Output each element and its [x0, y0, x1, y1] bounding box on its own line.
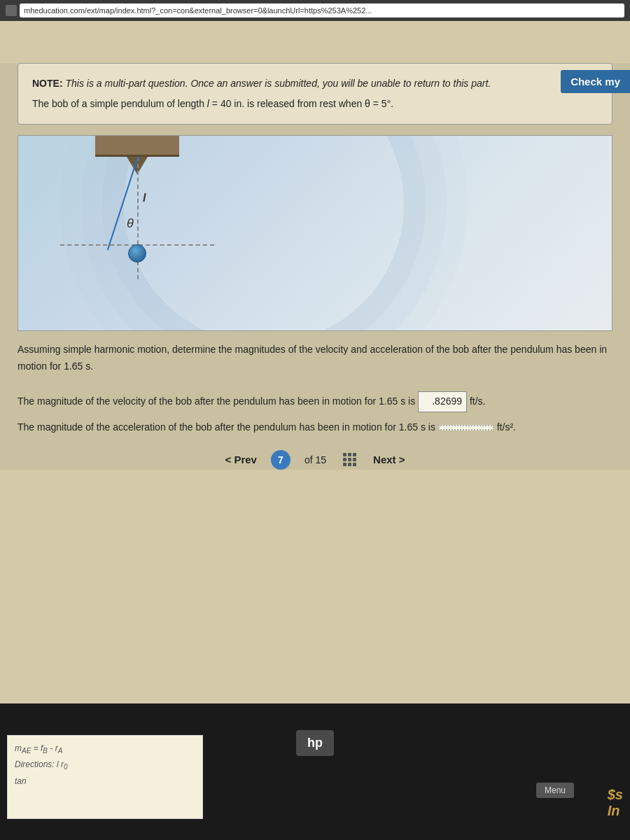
note-label: NOTE:: [32, 78, 65, 89]
next-button[interactable]: Next >: [373, 454, 405, 465]
browser-icon: [6, 5, 17, 16]
menu-button[interactable]: Menu: [536, 783, 574, 798]
question-box: NOTE: This is a multi-part question. Onc…: [18, 63, 612, 125]
pendulum-diagram: m l θ: [18, 135, 612, 331]
theta-label: θ: [127, 216, 134, 231]
velocity-label: The magnitude of the velocity of the bob…: [18, 393, 415, 410]
taskbar: hp mAE = fB - rA Directions: l r0 tan Me…: [0, 704, 630, 840]
l-label: l: [143, 192, 146, 204]
acceleration-line: The magnitude of the acceleration of the…: [18, 419, 612, 436]
url-text: mheducation.com/ext/map/index.html?_con=…: [24, 6, 372, 15]
main-content: Check my NOTE: This is a multi-part ques…: [0, 63, 630, 470]
acceleration-unit: ft/s².: [497, 419, 516, 436]
browser-bar: mheducation.com/ext/map/index.html?_con=…: [0, 0, 630, 21]
grid-icon[interactable]: [343, 453, 356, 466]
velocity-unit: ft/s.: [470, 393, 486, 410]
navigation-bar: < Prev 7 of 15 Next >: [18, 450, 612, 470]
current-page[interactable]: 7: [271, 450, 290, 470]
notebook-area: mAE = fB - rA Directions: l r0 tan: [7, 735, 203, 819]
notebook-line-2: Directions: l r0: [15, 759, 195, 772]
note-text: NOTE: This is a multi-part question. Onc…: [32, 76, 598, 91]
url-bar[interactable]: mheducation.com/ext/map/index.html?_con=…: [20, 4, 624, 18]
total-pages: of 15: [304, 454, 326, 465]
note-body: This is a multi-part question. Once an a…: [65, 78, 491, 89]
check-my-button[interactable]: Check my: [561, 70, 630, 93]
prev-button[interactable]: < Prev: [225, 454, 256, 465]
pivot-mount: [95, 136, 179, 157]
acceleration-label: The magnitude of the acceleration of the…: [18, 419, 435, 436]
side-decorative-text: $sIn: [608, 787, 623, 819]
problem-description: Assuming simple harmonic motion, determi…: [18, 342, 612, 375]
notebook-line-3: tan: [15, 776, 195, 788]
problem-statement: The bob of a simple pendulum of length l…: [32, 97, 598, 111]
pendulum-bob: m: [128, 244, 146, 262]
answer-section: Assuming simple harmonic motion, determi…: [18, 342, 612, 436]
velocity-input[interactable]: .82699: [418, 391, 467, 412]
hp-logo[interactable]: hp: [296, 730, 334, 756]
notebook-line-1: mAE = fB - rA: [15, 743, 195, 756]
velocity-line: The magnitude of the velocity of the bob…: [18, 391, 612, 412]
acceleration-input[interactable]: [438, 425, 494, 430]
pendulum-string: [107, 157, 139, 251]
